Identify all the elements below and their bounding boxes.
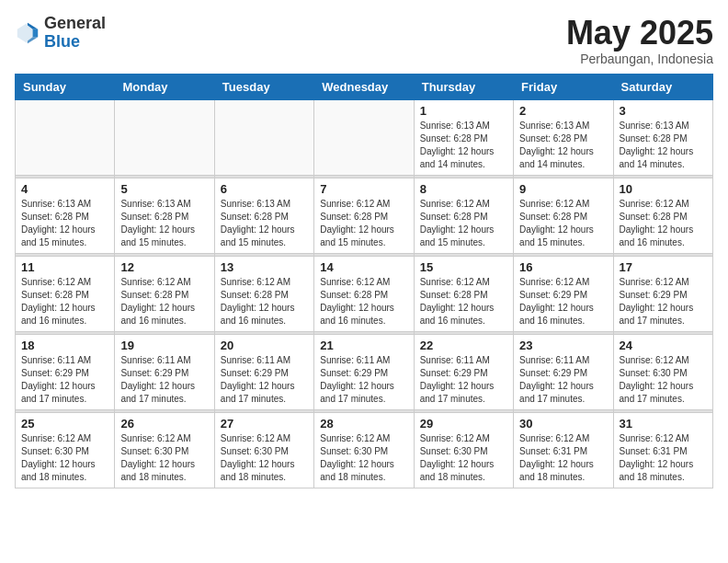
day-number: 15 bbox=[420, 260, 507, 274]
day-info: Sunrise: 6:13 AM Sunset: 6:28 PM Dayligh… bbox=[21, 198, 108, 249]
calendar-cell: 4Sunrise: 6:13 AM Sunset: 6:28 PM Daylig… bbox=[16, 178, 115, 253]
calendar-week-row: 11Sunrise: 6:12 AM Sunset: 6:28 PM Dayli… bbox=[16, 256, 713, 331]
calendar-cell: 7Sunrise: 6:12 AM Sunset: 6:28 PM Daylig… bbox=[314, 178, 414, 253]
calendar-cell: 10Sunrise: 6:12 AM Sunset: 6:28 PM Dayli… bbox=[613, 178, 712, 253]
day-info: Sunrise: 6:12 AM Sunset: 6:28 PM Dayligh… bbox=[120, 276, 208, 327]
day-info: Sunrise: 6:12 AM Sunset: 6:28 PM Dayligh… bbox=[420, 276, 507, 327]
calendar-cell bbox=[16, 99, 115, 175]
weekday-header: Saturday bbox=[613, 74, 712, 99]
day-number: 9 bbox=[519, 182, 607, 196]
day-number: 7 bbox=[320, 182, 407, 196]
day-info: Sunrise: 6:12 AM Sunset: 6:30 PM Dayligh… bbox=[21, 432, 108, 484]
calendar-cell: 12Sunrise: 6:12 AM Sunset: 6:28 PM Dayli… bbox=[115, 256, 214, 331]
month-title: May 2025 bbox=[566, 15, 713, 52]
title-block: May 2025 Perbaungan, Indonesia bbox=[566, 15, 713, 66]
calendar-cell: 22Sunrise: 6:11 AM Sunset: 6:29 PM Dayli… bbox=[414, 334, 513, 409]
day-info: Sunrise: 6:12 AM Sunset: 6:28 PM Dayligh… bbox=[519, 198, 607, 249]
weekday-header: Tuesday bbox=[214, 74, 313, 99]
calendar-cell: 14Sunrise: 6:12 AM Sunset: 6:28 PM Dayli… bbox=[314, 256, 414, 331]
calendar-cell: 28Sunrise: 6:12 AM Sunset: 6:30 PM Dayli… bbox=[314, 412, 414, 488]
day-info: Sunrise: 6:12 AM Sunset: 6:28 PM Dayligh… bbox=[21, 276, 108, 327]
calendar-cell: 5Sunrise: 6:13 AM Sunset: 6:28 PM Daylig… bbox=[115, 178, 214, 253]
logo-icon bbox=[15, 20, 40, 46]
calendar-table: SundayMondayTuesdayWednesdayThursdayFrid… bbox=[15, 74, 713, 488]
day-info: Sunrise: 6:11 AM Sunset: 6:29 PM Dayligh… bbox=[320, 354, 407, 406]
weekday-header: Monday bbox=[115, 74, 214, 99]
calendar-cell: 2Sunrise: 6:13 AM Sunset: 6:28 PM Daylig… bbox=[514, 99, 613, 175]
calendar-cell: 27Sunrise: 6:12 AM Sunset: 6:30 PM Dayli… bbox=[214, 412, 313, 488]
calendar-week-row: 18Sunrise: 6:11 AM Sunset: 6:29 PM Dayli… bbox=[16, 334, 713, 409]
day-number: 14 bbox=[320, 260, 407, 274]
day-info: Sunrise: 6:12 AM Sunset: 6:28 PM Dayligh… bbox=[620, 198, 707, 249]
day-number: 20 bbox=[221, 339, 308, 352]
calendar-cell: 8Sunrise: 6:12 AM Sunset: 6:28 PM Daylig… bbox=[414, 178, 513, 253]
calendar-cell: 18Sunrise: 6:11 AM Sunset: 6:29 PM Dayli… bbox=[16, 334, 115, 409]
day-info: Sunrise: 6:11 AM Sunset: 6:29 PM Dayligh… bbox=[221, 354, 308, 406]
day-number: 5 bbox=[120, 182, 208, 196]
day-info: Sunrise: 6:13 AM Sunset: 6:28 PM Dayligh… bbox=[519, 120, 607, 171]
day-number: 24 bbox=[620, 339, 707, 352]
day-number: 12 bbox=[120, 260, 208, 274]
day-number: 26 bbox=[120, 417, 208, 431]
calendar-cell: 3Sunrise: 6:13 AM Sunset: 6:28 PM Daylig… bbox=[613, 99, 712, 175]
day-number: 13 bbox=[221, 260, 308, 274]
day-info: Sunrise: 6:13 AM Sunset: 6:28 PM Dayligh… bbox=[420, 120, 507, 171]
day-info: Sunrise: 6:12 AM Sunset: 6:30 PM Dayligh… bbox=[221, 432, 308, 484]
day-info: Sunrise: 6:13 AM Sunset: 6:28 PM Dayligh… bbox=[620, 120, 707, 171]
day-number: 4 bbox=[21, 182, 108, 196]
day-info: Sunrise: 6:12 AM Sunset: 6:30 PM Dayligh… bbox=[620, 354, 707, 406]
calendar-cell: 24Sunrise: 6:12 AM Sunset: 6:30 PM Dayli… bbox=[613, 334, 712, 409]
day-number: 1 bbox=[420, 104, 507, 118]
day-number: 17 bbox=[620, 260, 707, 274]
calendar-cell: 30Sunrise: 6:12 AM Sunset: 6:31 PM Dayli… bbox=[514, 412, 613, 488]
day-number: 6 bbox=[221, 182, 308, 196]
day-number: 10 bbox=[620, 182, 707, 196]
calendar-cell: 6Sunrise: 6:13 AM Sunset: 6:28 PM Daylig… bbox=[214, 178, 313, 253]
day-info: Sunrise: 6:11 AM Sunset: 6:29 PM Dayligh… bbox=[519, 354, 607, 406]
day-info: Sunrise: 6:12 AM Sunset: 6:30 PM Dayligh… bbox=[420, 432, 507, 484]
day-number: 23 bbox=[519, 339, 607, 352]
day-info: Sunrise: 6:12 AM Sunset: 6:28 PM Dayligh… bbox=[221, 276, 308, 327]
calendar-cell: 31Sunrise: 6:12 AM Sunset: 6:31 PM Dayli… bbox=[613, 412, 712, 488]
day-info: Sunrise: 6:12 AM Sunset: 6:28 PM Dayligh… bbox=[320, 276, 407, 327]
day-info: Sunrise: 6:12 AM Sunset: 6:29 PM Dayligh… bbox=[519, 276, 607, 327]
day-info: Sunrise: 6:13 AM Sunset: 6:28 PM Dayligh… bbox=[221, 198, 308, 249]
day-number: 3 bbox=[620, 104, 707, 118]
weekday-header-row: SundayMondayTuesdayWednesdayThursdayFrid… bbox=[16, 74, 713, 99]
weekday-header: Sunday bbox=[16, 74, 115, 99]
day-number: 19 bbox=[120, 339, 208, 352]
calendar-cell: 1Sunrise: 6:13 AM Sunset: 6:28 PM Daylig… bbox=[414, 99, 513, 175]
calendar-week-row: 25Sunrise: 6:12 AM Sunset: 6:30 PM Dayli… bbox=[16, 412, 713, 488]
day-number: 27 bbox=[221, 417, 308, 431]
calendar-cell: 13Sunrise: 6:12 AM Sunset: 6:28 PM Dayli… bbox=[214, 256, 313, 331]
calendar-cell: 25Sunrise: 6:12 AM Sunset: 6:30 PM Dayli… bbox=[16, 412, 115, 488]
day-number: 29 bbox=[420, 417, 507, 431]
calendar-cell: 19Sunrise: 6:11 AM Sunset: 6:29 PM Dayli… bbox=[115, 334, 214, 409]
day-info: Sunrise: 6:12 AM Sunset: 6:28 PM Dayligh… bbox=[420, 198, 507, 249]
calendar-cell: 29Sunrise: 6:12 AM Sunset: 6:30 PM Dayli… bbox=[414, 412, 513, 488]
weekday-header: Wednesday bbox=[314, 74, 414, 99]
calendar-cell: 26Sunrise: 6:12 AM Sunset: 6:30 PM Dayli… bbox=[115, 412, 214, 488]
calendar-cell: 16Sunrise: 6:12 AM Sunset: 6:29 PM Dayli… bbox=[514, 256, 613, 331]
page-header: General Blue May 2025 Perbaungan, Indone… bbox=[15, 15, 713, 66]
day-info: Sunrise: 6:12 AM Sunset: 6:30 PM Dayligh… bbox=[120, 432, 208, 484]
calendar-cell: 23Sunrise: 6:11 AM Sunset: 6:29 PM Dayli… bbox=[514, 334, 613, 409]
calendar-cell bbox=[115, 99, 214, 175]
logo: General Blue bbox=[15, 15, 106, 52]
day-number: 8 bbox=[420, 182, 507, 196]
calendar-cell: 15Sunrise: 6:12 AM Sunset: 6:28 PM Dayli… bbox=[414, 256, 513, 331]
day-info: Sunrise: 6:12 AM Sunset: 6:30 PM Dayligh… bbox=[320, 432, 407, 484]
calendar-cell: 11Sunrise: 6:12 AM Sunset: 6:28 PM Dayli… bbox=[16, 256, 115, 331]
day-info: Sunrise: 6:12 AM Sunset: 6:29 PM Dayligh… bbox=[620, 276, 707, 327]
day-number: 31 bbox=[620, 417, 707, 431]
weekday-header: Thursday bbox=[414, 74, 513, 99]
day-number: 30 bbox=[519, 417, 607, 431]
day-number: 21 bbox=[320, 339, 407, 352]
logo-text: General Blue bbox=[44, 15, 106, 52]
calendar-cell: 17Sunrise: 6:12 AM Sunset: 6:29 PM Dayli… bbox=[613, 256, 712, 331]
day-number: 2 bbox=[519, 104, 607, 118]
day-info: Sunrise: 6:12 AM Sunset: 6:31 PM Dayligh… bbox=[519, 432, 607, 484]
day-info: Sunrise: 6:13 AM Sunset: 6:28 PM Dayligh… bbox=[120, 198, 208, 249]
day-info: Sunrise: 6:11 AM Sunset: 6:29 PM Dayligh… bbox=[120, 354, 208, 406]
location: Perbaungan, Indonesia bbox=[566, 52, 713, 66]
